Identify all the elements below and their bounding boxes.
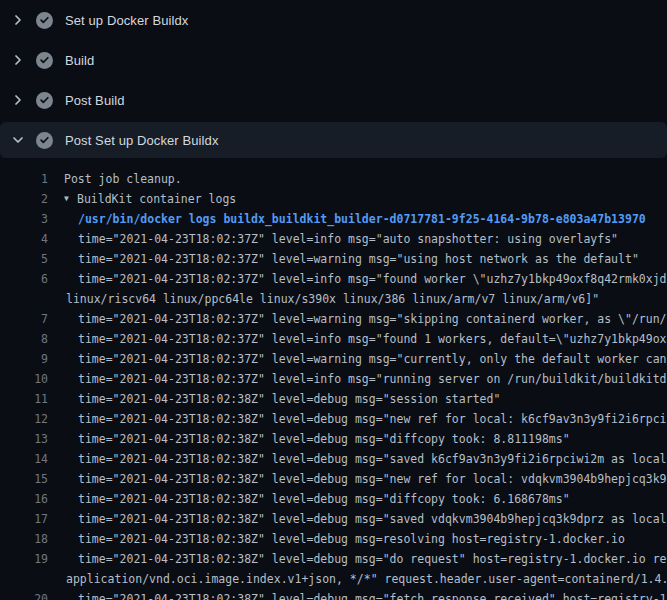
step-row-post-set-up-docker-buildx[interactable]: Post Set up Docker Buildx [0,122,667,158]
log-line[interactable]: 5 time="2021-04-23T18:02:37Z" level=warn… [0,249,667,269]
line-number[interactable]: 18 [0,529,48,549]
step-label: Set up Docker Buildx [65,13,188,28]
log-line-text: time="2021-04-23T18:02:37Z" level=info m… [78,269,667,289]
line-number[interactable]: 4 [0,229,48,249]
log-line-text: application/vnd.oci.image.index.v1+json,… [66,569,667,589]
line-number[interactable]: 12 [0,409,48,429]
line-number[interactable]: 19 [0,549,48,569]
line-number[interactable]: 15 [0,469,48,489]
log-line-text: time="2021-04-23T18:02:38Z" level=debug … [78,429,570,449]
line-number[interactable]: 20 [0,589,48,600]
log-line-text: time="2021-04-23T18:02:38Z" level=debug … [78,409,667,429]
log-line[interactable]: application/vnd.oci.image.index.v1+json,… [0,569,667,589]
log-line[interactable]: 19 time="2021-04-23T18:02:38Z" level=deb… [0,549,667,569]
line-number[interactable]: 14 [0,449,48,469]
log-line-text: time="2021-04-23T18:02:38Z" level=debug … [78,469,667,489]
line-number [0,289,48,309]
log-line-text: time="2021-04-23T18:02:38Z" level=debug … [78,449,667,469]
step-row-build[interactable]: Build [0,40,667,80]
step-row-post-build[interactable]: Post Build [0,80,667,120]
log-line[interactable]: 8 time="2021-04-23T18:02:37Z" level=info… [0,329,667,349]
log-line-text: time="2021-04-23T18:02:38Z" level=debug … [78,529,625,549]
line-number[interactable]: 2 [0,189,48,209]
log-line[interactable]: 6 time="2021-04-23T18:02:37Z" level=info… [0,269,667,289]
line-number[interactable]: 6 [0,269,48,289]
log-line-text: linux/riscv64 linux/ppc64le linux/s390x … [66,289,599,309]
log-line[interactable]: 3 /usr/bin/docker logs buildx_buildkit_b… [0,209,667,229]
log-line-text: /usr/bin/docker logs buildx_buildkit_bui… [78,209,646,229]
log-line-text: BuildKit container logs [77,189,236,209]
steps-list: Set up Docker Buildx Build P [0,0,667,158]
line-number[interactable]: 7 [0,309,48,329]
log-line[interactable]: 13 time="2021-04-23T18:02:38Z" level=deb… [0,429,667,449]
check-circle-icon [36,92,53,109]
log-line-text: time="2021-04-23T18:02:37Z" level=warnin… [78,309,667,329]
log-line[interactable]: 10 time="2021-04-23T18:02:37Z" level=inf… [0,369,667,389]
log-line-text: time="2021-04-23T18:02:38Z" level=debug … [78,389,500,409]
log-line[interactable]: 1 Post job cleanup. [0,169,667,189]
check-circle-icon [36,132,53,149]
step-label: Post Set up Docker Buildx [65,133,219,148]
line-number[interactable]: 16 [0,489,48,509]
log-line[interactable]: 2 ▼BuildKit container logs [0,189,667,209]
line-number[interactable]: 11 [0,389,48,409]
log-line[interactable]: 12 time="2021-04-23T18:02:38Z" level=deb… [0,409,667,429]
log-line[interactable]: linux/riscv64 linux/ppc64le linux/s390x … [0,289,667,309]
chevron-right-icon [10,52,26,68]
line-number[interactable]: 3 [0,209,48,229]
group-collapse-triangle-icon[interactable]: ▼ [64,189,77,209]
log-line[interactable]: 16 time="2021-04-23T18:02:38Z" level=deb… [0,489,667,509]
log-line-text: time="2021-04-23T18:02:38Z" level=debug … [78,549,667,569]
line-number[interactable]: 17 [0,509,48,529]
log-line-text: time="2021-04-23T18:02:38Z" level=debug … [78,509,667,529]
step-label: Build [65,53,94,68]
log-line-text: time="2021-04-23T18:02:37Z" level=warnin… [78,349,667,369]
line-number[interactable]: 13 [0,429,48,449]
line-number[interactable]: 8 [0,329,48,349]
log-line-text: time="2021-04-23T18:02:37Z" level=info m… [78,229,618,249]
log-line[interactable]: 18 time="2021-04-23T18:02:38Z" level=deb… [0,529,667,549]
step-label: Post Build [65,93,125,108]
log-line-text: time="2021-04-23T18:02:38Z" level=debug … [78,589,667,600]
check-circle-icon [36,12,53,29]
line-number[interactable]: 5 [0,249,48,269]
log-line-text: Post job cleanup. [64,169,182,189]
log-line[interactable]: 11 time="2021-04-23T18:02:38Z" level=deb… [0,389,667,409]
line-number[interactable]: 9 [0,349,48,369]
log-line[interactable]: 4 time="2021-04-23T18:02:37Z" level=info… [0,229,667,249]
log-line-text: time="2021-04-23T18:02:37Z" level=info m… [78,329,667,349]
log-line-text: time="2021-04-23T18:02:37Z" level=info m… [78,369,667,389]
log-line[interactable]: 9 time="2021-04-23T18:02:37Z" level=warn… [0,349,667,369]
log-line[interactable]: 15 time="2021-04-23T18:02:38Z" level=deb… [0,469,667,489]
chevron-down-icon [10,132,26,148]
log-line[interactable]: 20 time="2021-04-23T18:02:38Z" level=deb… [0,589,667,600]
check-circle-icon [36,52,53,69]
log-line[interactable]: 14 time="2021-04-23T18:02:38Z" level=deb… [0,449,667,469]
step-row-set-up-docker-buildx[interactable]: Set up Docker Buildx [0,0,667,40]
chevron-right-icon [10,92,26,108]
log-viewer: 1 Post job cleanup. 2 ▼BuildKit containe… [0,160,667,600]
log-line[interactable]: 7 time="2021-04-23T18:02:37Z" level=warn… [0,309,667,329]
log-line-text: time="2021-04-23T18:02:37Z" level=warnin… [78,249,639,269]
line-number [0,569,48,589]
line-number[interactable]: 1 [0,169,48,189]
chevron-right-icon [10,12,26,28]
log-line-text: time="2021-04-23T18:02:38Z" level=debug … [78,489,570,509]
log-line[interactable]: 17 time="2021-04-23T18:02:38Z" level=deb… [0,509,667,529]
line-number[interactable]: 10 [0,369,48,389]
